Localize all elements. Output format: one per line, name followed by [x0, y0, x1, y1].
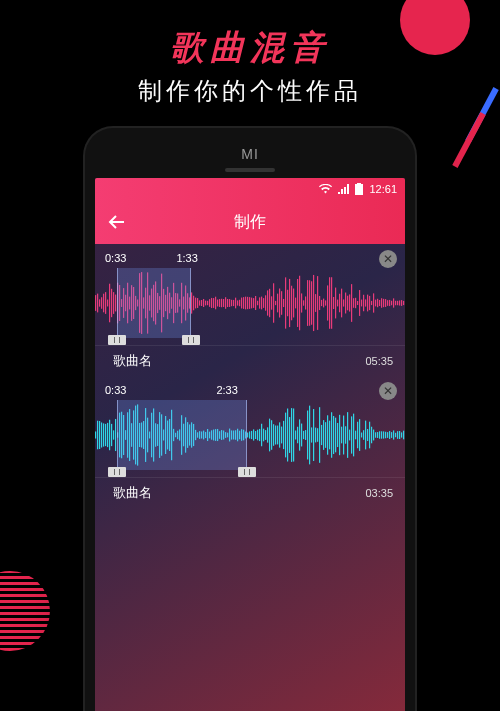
svg-rect-255 [295, 430, 296, 439]
svg-rect-112 [319, 296, 320, 310]
svg-rect-113 [321, 300, 322, 306]
svg-rect-254 [293, 408, 294, 461]
battery-icon [355, 183, 363, 195]
svg-rect-149 [393, 298, 394, 307]
selection-handle-start[interactable] [108, 467, 126, 477]
svg-rect-287 [359, 419, 360, 451]
svg-rect-54 [203, 299, 204, 307]
svg-rect-248 [281, 427, 282, 444]
svg-rect-242 [269, 419, 270, 452]
svg-rect-258 [301, 424, 302, 447]
svg-rect-239 [263, 429, 264, 442]
phone-speaker [225, 168, 275, 172]
svg-rect-7 [109, 284, 110, 323]
svg-rect-307 [399, 431, 400, 439]
svg-rect-136 [367, 295, 368, 312]
signal-icon [338, 184, 349, 194]
svg-rect-160 [105, 424, 106, 446]
svg-rect-161 [107, 423, 108, 447]
svg-rect-128 [351, 284, 352, 322]
svg-rect-281 [347, 412, 348, 458]
svg-rect-53 [201, 300, 202, 306]
svg-rect-273 [331, 412, 332, 458]
track-time-labels: 0:33 1:33 [95, 250, 405, 266]
svg-rect-157 [99, 421, 100, 449]
promo-subtitle: 制作你的个性作品 [0, 75, 500, 107]
svg-rect-265 [315, 428, 316, 443]
svg-rect-249 [283, 421, 284, 449]
svg-rect-139 [373, 293, 374, 312]
svg-rect-9 [113, 292, 114, 314]
svg-rect-99 [293, 289, 294, 318]
svg-rect-262 [309, 406, 310, 465]
svg-rect-155 [95, 431, 96, 438]
svg-rect-127 [349, 294, 350, 311]
svg-rect-296 [377, 432, 378, 438]
svg-rect-234 [253, 429, 254, 440]
close-icon: ✕ [383, 385, 393, 397]
svg-rect-291 [367, 429, 368, 441]
song-duration: 05:35 [365, 355, 393, 367]
svg-rect-274 [333, 416, 334, 454]
svg-rect-292 [369, 422, 370, 449]
back-button[interactable] [95, 200, 139, 244]
svg-rect-132 [359, 290, 360, 316]
app-bar: 制作 [95, 200, 405, 244]
svg-rect-237 [259, 429, 260, 441]
svg-rect-240 [265, 430, 266, 440]
svg-rect-250 [285, 413, 286, 458]
svg-rect-271 [327, 415, 328, 454]
svg-rect-289 [363, 430, 364, 440]
svg-rect-79 [253, 298, 254, 308]
svg-rect-51 [197, 298, 198, 308]
svg-rect-275 [335, 418, 336, 453]
svg-rect-65 [225, 297, 226, 309]
svg-rect-251 [287, 409, 288, 462]
svg-rect-78 [251, 298, 252, 309]
svg-rect-117 [329, 277, 330, 329]
svg-rect-294 [373, 430, 374, 441]
waveform[interactable] [95, 400, 405, 478]
svg-rect-94 [283, 299, 284, 307]
svg-rect-68 [231, 300, 232, 306]
svg-rect-56 [207, 301, 208, 305]
svg-rect-76 [247, 297, 248, 309]
svg-rect-1 [97, 294, 98, 313]
svg-rect-57 [209, 299, 210, 307]
svg-rect-2 [99, 299, 100, 306]
svg-rect-98 [291, 286, 292, 321]
selection-range[interactable] [117, 400, 247, 470]
svg-rect-77 [249, 297, 250, 309]
svg-rect-279 [343, 416, 344, 455]
selection-end-time: 2:33 [216, 384, 237, 396]
svg-rect-252 [289, 417, 290, 453]
svg-rect-84 [263, 298, 264, 308]
wifi-icon [319, 184, 332, 194]
svg-rect-278 [341, 427, 342, 444]
svg-rect-85 [265, 295, 266, 310]
svg-rect-71 [237, 300, 238, 305]
svg-rect-276 [337, 423, 338, 447]
selection-handle-end[interactable] [238, 467, 256, 477]
svg-rect-150 [395, 301, 396, 305]
svg-rect-61 [217, 300, 218, 307]
svg-rect-6 [107, 300, 108, 307]
close-icon: ✕ [383, 253, 393, 265]
phone-brand-logo: MI [241, 146, 259, 162]
svg-rect-233 [251, 431, 252, 439]
waveform[interactable] [95, 268, 405, 346]
selection-handle-start[interactable] [108, 335, 126, 345]
svg-rect-142 [379, 300, 380, 306]
svg-rect-95 [285, 277, 286, 328]
svg-rect-89 [273, 283, 274, 322]
remove-track-button[interactable]: ✕ [379, 250, 397, 268]
svg-rect-232 [249, 431, 250, 438]
phone-frame: MI 12:61 制作 [85, 128, 415, 711]
svg-rect-304 [393, 430, 394, 439]
svg-rect-305 [395, 433, 396, 437]
selection-handle-end[interactable] [182, 335, 200, 345]
svg-rect-270 [325, 422, 326, 448]
svg-rect-52 [199, 300, 200, 305]
selection-range[interactable] [117, 268, 191, 338]
remove-track-button[interactable]: ✕ [379, 382, 397, 400]
